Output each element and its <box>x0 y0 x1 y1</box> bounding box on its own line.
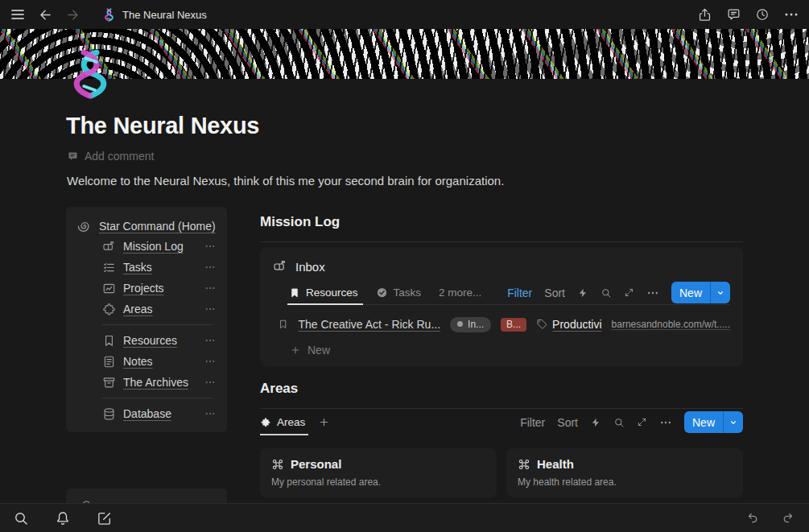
new-button[interactable]: New <box>684 411 723 433</box>
nav-item-tasks[interactable]: Tasks <box>102 257 217 278</box>
tab-resources[interactable]: Resources <box>289 280 358 305</box>
sort-button[interactable]: Sort <box>557 416 578 429</box>
nav-link-label[interactable]: Tasks <box>123 261 152 274</box>
tab-more-views[interactable]: 2 more... <box>439 280 481 305</box>
puzzle-icon <box>102 303 116 316</box>
compose-button[interactable] <box>97 510 113 526</box>
card-description: My personal related area. <box>271 476 485 488</box>
nav-link-label[interactable]: Mission Log <box>123 240 184 253</box>
new-dropdown-button[interactable] <box>724 411 743 433</box>
search-button[interactable] <box>13 510 29 526</box>
automations-button[interactable] <box>590 417 601 428</box>
search-button[interactable] <box>613 417 625 428</box>
card-header: Personal <box>271 457 485 471</box>
status-dot-icon <box>457 321 463 327</box>
nav-item-areas[interactable]: Areas <box>102 299 217 320</box>
table-row[interactable]: The Creative Act - Rick Ru... In... B...… <box>260 305 743 334</box>
nav-item-mission-log[interactable]: Mission Log <box>102 236 217 257</box>
back-button[interactable] <box>38 7 53 23</box>
add-comment-button[interactable]: Add comment <box>67 150 154 163</box>
nav-item-resources[interactable]: Resources <box>102 330 217 351</box>
ellipsis-icon <box>204 335 216 346</box>
item-menu-button[interactable] <box>204 241 216 252</box>
undo-button[interactable] <box>745 510 760 526</box>
page-title: The Neural Nexus <box>66 113 259 139</box>
cover-image <box>0 29 809 79</box>
page-icon[interactable] <box>64 48 116 100</box>
area-card-health[interactable]: Health My health related area. <box>506 448 743 497</box>
topbar-left: The Neural Nexus <box>10 6 207 23</box>
tab-tasks[interactable]: Tasks <box>376 280 422 305</box>
card-description: My health related area. <box>518 476 732 488</box>
new-split-button: New <box>671 282 730 303</box>
new-dropdown-button[interactable] <box>711 282 730 303</box>
filter-button[interactable]: Filter <box>520 416 545 429</box>
item-menu-button[interactable] <box>204 303 216 315</box>
view-options-button[interactable] <box>659 416 672 429</box>
automations-button[interactable] <box>577 287 588 299</box>
comments-icon <box>726 7 741 23</box>
notifications-button[interactable] <box>55 510 71 526</box>
plus-icon <box>290 344 301 356</box>
search-icon <box>13 510 29 526</box>
undo-icon <box>745 510 760 526</box>
item-menu-button[interactable] <box>204 356 216 367</box>
history-button[interactable] <box>755 7 770 22</box>
view-options-button[interactable] <box>646 287 659 299</box>
forward-arrow-icon <box>65 7 80 23</box>
nav-item-database[interactable]: Database <box>102 403 217 424</box>
nav-item-projects[interactable]: Projects <box>102 278 217 299</box>
item-menu-button[interactable] <box>204 377 216 388</box>
item-menu-button[interactable] <box>204 408 216 419</box>
item-menu-button[interactable] <box>204 262 216 273</box>
tag-link[interactable]: Productivi <box>552 318 601 331</box>
inbox-header[interactable]: Inbox <box>260 247 743 280</box>
board-icon <box>102 282 116 295</box>
back-arrow-icon <box>38 7 53 23</box>
comment-icon <box>67 151 79 163</box>
areas-view-tabs: Areas Filter Sort New <box>260 409 743 435</box>
share-icon <box>697 7 712 23</box>
row-title-link[interactable]: The Creative Act - Rick Ru... <box>298 318 440 331</box>
sort-button[interactable]: Sort <box>544 287 565 299</box>
nav-home-row[interactable]: Star Command (Home) <box>76 218 217 234</box>
nav-link-label[interactable]: Projects <box>123 282 164 295</box>
nav-link-label[interactable]: The Archives <box>123 376 188 389</box>
filter-button[interactable]: Filter <box>507 287 532 299</box>
add-view-button[interactable] <box>318 416 330 428</box>
nav-link-label[interactable]: Database <box>123 407 171 420</box>
nav-link-label[interactable]: Notes <box>123 355 153 368</box>
expand-button[interactable] <box>624 287 634 298</box>
breadcrumb-title: The Neural Nexus <box>122 9 207 21</box>
note-icon <box>102 355 116 369</box>
expand-button[interactable] <box>637 417 647 427</box>
status-badge: In... <box>450 317 491 332</box>
share-button[interactable] <box>697 7 712 23</box>
breadcrumb[interactable]: The Neural Nexus <box>102 8 207 22</box>
more-options-button[interactable] <box>783 6 799 23</box>
ellipsis-icon <box>204 377 216 388</box>
nav-link-label[interactable]: Resources <box>123 334 177 347</box>
nav-link-home[interactable]: Star Command (Home) <box>99 218 216 234</box>
new-row-button[interactable]: New <box>260 334 743 366</box>
card-title: Personal <box>291 457 341 471</box>
nav-item-the-archives[interactable]: The Archives <box>102 372 217 393</box>
tab-areas[interactable]: Areas <box>260 409 305 435</box>
sidebar-toggle-button[interactable] <box>10 6 26 23</box>
areas-toolbar: Filter Sort New <box>520 411 743 433</box>
comments-button[interactable] <box>726 7 741 23</box>
item-menu-button[interactable] <box>204 335 216 346</box>
row-url-link[interactable]: barnesandnoble.com/w/t..... <box>612 319 730 330</box>
forward-button[interactable] <box>65 7 80 23</box>
area-card-personal[interactable]: Personal My personal related area. <box>260 448 497 497</box>
search-button[interactable] <box>601 287 612 299</box>
tag-cell[interactable]: Productivi <box>536 318 601 331</box>
redo-button[interactable] <box>781 510 796 526</box>
item-menu-button[interactable] <box>204 282 216 294</box>
topbar: The Neural Nexus <box>0 0 809 29</box>
nav-item-notes[interactable]: Notes <box>102 351 217 372</box>
spiral-icon <box>76 218 92 234</box>
bookmark-icon <box>102 334 116 348</box>
nav-link-label[interactable]: Areas <box>123 303 153 315</box>
new-button[interactable]: New <box>671 282 710 303</box>
